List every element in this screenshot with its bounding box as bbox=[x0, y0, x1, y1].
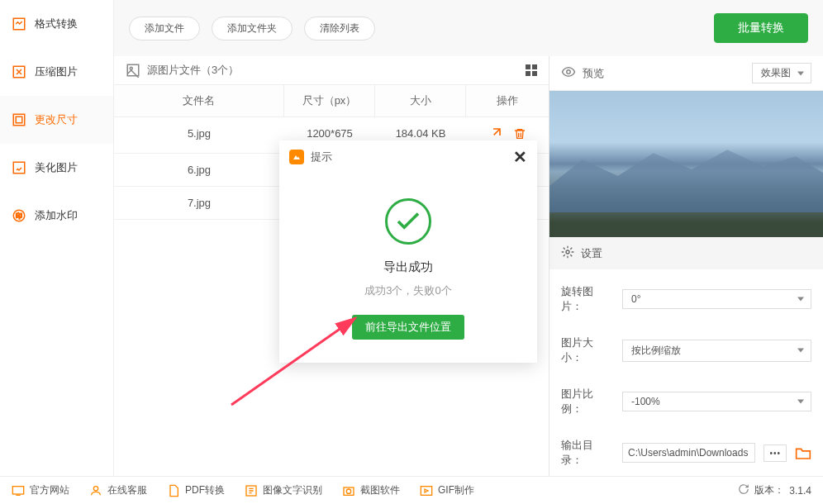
footer-gif[interactable]: GIF制作 bbox=[420, 483, 474, 497]
output-label: 输出目录： bbox=[561, 438, 614, 468]
size-select[interactable]: 按比例缩放 bbox=[622, 340, 811, 362]
size-label: 图片大小： bbox=[561, 335, 614, 365]
sidebar: 格式转换 压缩图片 更改尺寸 美化图片 印 添加水印 bbox=[0, 0, 114, 476]
ocr-icon bbox=[245, 484, 258, 497]
footer-support[interactable]: 在线客服 bbox=[89, 483, 147, 497]
preview-icon bbox=[561, 64, 576, 82]
clear-list-button[interactable]: 清除列表 bbox=[304, 17, 375, 40]
success-check-icon bbox=[385, 198, 431, 245]
source-header: 源图片文件（3个） bbox=[114, 56, 549, 85]
version-info: 版本：3.1.4 bbox=[738, 483, 811, 497]
watermark-icon: 印 bbox=[12, 208, 26, 223]
settings-header: 设置 bbox=[549, 237, 823, 269]
preview-header: 预览 效果图 bbox=[549, 56, 823, 91]
convert-icon bbox=[12, 17, 26, 31]
add-file-button[interactable]: 添加文件 bbox=[129, 17, 200, 40]
modal-subtitle: 成功3个，失败0个 bbox=[296, 283, 521, 298]
view-toggle[interactable] bbox=[526, 64, 537, 76]
sidebar-item-watermark[interactable]: 印 添加水印 bbox=[0, 192, 113, 240]
modal-message: 导出成功 bbox=[296, 259, 521, 275]
table-header: 文件名 尺寸（px） 大小 操作 bbox=[114, 85, 549, 117]
sidebar-item-label: 格式转换 bbox=[35, 17, 78, 31]
svg-rect-16 bbox=[421, 486, 431, 495]
compress-icon bbox=[12, 64, 26, 79]
footer: 官方网站 在线客服 PDF转换 图像文字识别 截图软件 GIF制作 版本：3.1… bbox=[0, 476, 823, 504]
svg-point-12 bbox=[93, 486, 98, 490]
output-path-input[interactable]: C:\Users\admin\Downloads bbox=[622, 443, 755, 463]
svg-rect-3 bbox=[13, 162, 25, 174]
sidebar-item-label: 美化图片 bbox=[35, 160, 78, 175]
sidebar-item-label: 更改尺寸 bbox=[35, 112, 78, 127]
preview-mode-select[interactable]: 效果图 bbox=[752, 63, 811, 83]
more-button[interactable]: ••• bbox=[764, 445, 787, 462]
footer-website[interactable]: 官方网站 bbox=[12, 483, 69, 497]
sidebar-item-compress[interactable]: 压缩图片 bbox=[0, 48, 113, 96]
svg-text:印: 印 bbox=[16, 212, 22, 220]
refresh-icon[interactable] bbox=[738, 483, 749, 497]
preview-image bbox=[549, 91, 823, 237]
add-folder-button[interactable]: 添加文件夹 bbox=[212, 17, 293, 40]
svg-point-7 bbox=[130, 67, 132, 69]
folder-icon[interactable] bbox=[795, 446, 811, 459]
footer-screenshot[interactable]: 截图软件 bbox=[342, 483, 400, 497]
svg-point-9 bbox=[566, 250, 569, 254]
export-success-modal: 提示 ✕ 导出成功 成功3个，失败0个 前往导出文件位置 bbox=[279, 140, 537, 363]
resize-icon bbox=[12, 112, 26, 127]
gif-icon bbox=[420, 484, 433, 497]
batch-convert-button[interactable]: 批量转换 bbox=[714, 13, 808, 43]
svg-point-8 bbox=[567, 70, 571, 74]
sidebar-item-format-convert[interactable]: 格式转换 bbox=[0, 0, 113, 48]
image-icon bbox=[126, 63, 140, 78]
svg-rect-2 bbox=[13, 114, 25, 126]
rotate-select[interactable]: 0° bbox=[622, 289, 811, 309]
screenshot-icon bbox=[342, 484, 355, 497]
pdf-icon bbox=[167, 484, 180, 497]
website-icon bbox=[12, 484, 25, 497]
rotate-label: 旋转图片： bbox=[561, 284, 614, 314]
svg-rect-6 bbox=[127, 64, 139, 76]
sidebar-item-resize[interactable]: 更改尺寸 bbox=[0, 96, 113, 144]
settings-body: 旋转图片： 0° 图片大小： 按比例缩放 图片比例： -100% 输出目录： C… bbox=[549, 269, 823, 483]
modal-title-label: 提示 bbox=[311, 150, 332, 164]
sidebar-item-label: 添加水印 bbox=[35, 208, 78, 223]
beautify-icon bbox=[12, 160, 26, 175]
ratio-label: 图片比例： bbox=[561, 387, 614, 416]
footer-ocr[interactable]: 图像文字识别 bbox=[245, 483, 322, 497]
toolbar: 添加文件 添加文件夹 清除列表 批量转换 bbox=[114, 0, 823, 56]
svg-point-15 bbox=[346, 489, 350, 493]
svg-rect-11 bbox=[12, 486, 23, 493]
sidebar-item-label: 压缩图片 bbox=[35, 64, 78, 79]
ratio-select[interactable]: -100% bbox=[622, 392, 811, 411]
footer-pdf[interactable]: PDF转换 bbox=[167, 483, 225, 497]
close-icon[interactable]: ✕ bbox=[513, 147, 527, 167]
app-logo-icon bbox=[289, 150, 304, 164]
right-panel: 预览 效果图 设置 旋转图片： 0° 图片大小： 按比例缩放 图片比例： bbox=[549, 56, 823, 483]
gear-icon bbox=[561, 245, 574, 261]
goto-folder-button[interactable]: 前往导出文件位置 bbox=[352, 315, 464, 340]
support-icon bbox=[89, 484, 102, 497]
sidebar-item-beautify[interactable]: 美化图片 bbox=[0, 144, 113, 192]
